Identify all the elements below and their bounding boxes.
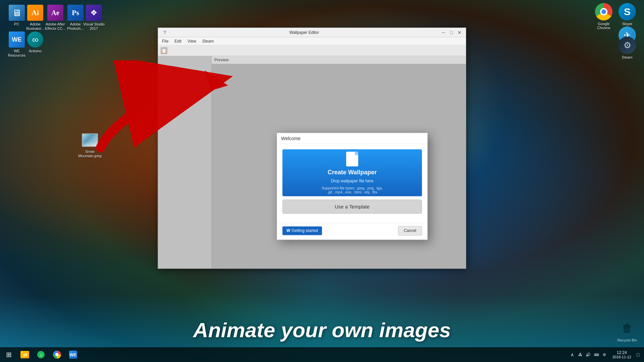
start-button[interactable]: ⊞ (1, 347, 16, 362)
taskbar-spotify[interactable]: ♫ (34, 347, 48, 362)
we-window-controls: ─ □ ✕ (440, 29, 463, 36)
we-menubar: File Edit View Steam (158, 37, 466, 45)
we-help-btn[interactable]: ? (161, 30, 169, 35)
chrome-taskbar-icon (53, 351, 61, 359)
we-maximize-btn[interactable]: □ (448, 29, 455, 36)
we-toolbar: 📋 (158, 45, 466, 56)
w-icon: W (286, 228, 290, 233)
desktop-icon-arduino[interactable]: ∞ Arduino (22, 30, 49, 55)
tray-network[interactable]: 🖧 (577, 351, 584, 358)
we-menu-steam[interactable]: Steam (200, 38, 217, 44)
desktop: 🖥 PC Ai Adobe Illustrator... Ae Adobe Af… (0, 0, 644, 362)
we-close-btn[interactable]: ✕ (456, 29, 463, 36)
system-tray: ∧ 🖧 🔊 ⌨ ⚙ (569, 351, 608, 358)
tray-arrow[interactable]: ∧ (569, 351, 576, 358)
tray-keyboard[interactable]: ⌨ (593, 351, 600, 358)
taskbar-wallpaper-engine[interactable]: WE (66, 347, 80, 362)
desktop-icon-snow-mountain[interactable]: Snow Mountain.jpeg (76, 131, 103, 160)
taskbar-left: ⊞ 📁 ♫ WE (0, 347, 80, 362)
create-wallpaper-label: Create Wallpaper (328, 169, 377, 176)
drop-text: Drop wallpaper file here (331, 179, 374, 183)
tray-extra[interactable]: ⚙ (601, 351, 608, 358)
clock-area[interactable]: 12:24 2018-11-12 (610, 350, 634, 359)
taskbar-right: ∧ 🖧 🔊 ⌨ ⚙ 12:24 2018-11-12 □ (569, 350, 644, 359)
welcome-body: Create Wallpaper Drop wallpaper file her… (277, 144, 427, 223)
supported-types: Supported file types: .jpeg, .png, .tga,… (322, 186, 383, 194)
we-titlebar: ? Wallpaper Editor ─ □ ✕ (158, 28, 466, 37)
bottom-text: Animate your own images (0, 318, 644, 342)
taskbar-file-explorer[interactable]: 📁 (17, 347, 32, 362)
action-center[interactable]: □ (635, 351, 641, 358)
we-toolbar-icon[interactable]: 📋 (161, 47, 167, 54)
desktop-icon-recycle-bin[interactable]: 🗑 Recycle Bin (614, 318, 641, 344)
desktop-icon-chrome[interactable]: Google Chrome (590, 2, 617, 31)
welcome-footer: W Getting started Cancel (277, 223, 427, 239)
spotify-taskbar-icon: ♫ (37, 351, 45, 358)
welcome-dialog: Welcome Create Wallpaper Drop wallpaper … (277, 133, 428, 240)
welcome-titlebar: Welcome (277, 133, 427, 144)
cancel-button[interactable]: Cancel (398, 226, 422, 235)
we-sidebar (158, 56, 212, 268)
create-wallpaper-button[interactable]: Create Wallpaper Drop wallpaper file her… (282, 149, 422, 196)
getting-started-button[interactable]: W Getting started (282, 226, 322, 235)
we-menu-file[interactable]: File (159, 38, 171, 44)
tray-volume[interactable]: 🔊 (585, 351, 592, 358)
clock-date: 2018-11-12 (612, 355, 631, 359)
welcome-title: Welcome (281, 136, 301, 141)
we-menu-view[interactable]: View (185, 38, 199, 44)
desktop-icon-skype[interactable]: S Skype (614, 2, 641, 27)
we-window-title: Wallpaper Editor (169, 30, 440, 35)
file-doc-icon (346, 152, 358, 166)
taskbar-chrome[interactable] (50, 347, 64, 362)
desktop-icon-vstudio[interactable]: ❖ Visual Studio 2017 (80, 3, 107, 32)
clock-time: 12:24 (617, 350, 627, 355)
we-taskbar-icon: WE (69, 351, 77, 359)
we-preview-label: Preview (212, 56, 466, 64)
getting-started-label: Getting started (291, 228, 318, 233)
desktop-icon-steam[interactable]: ⚙ Steam (614, 35, 641, 61)
taskbar: ⊞ 📁 ♫ WE ∧ 🖧 🔊 ⌨ (0, 347, 644, 362)
we-minimize-btn[interactable]: ─ (440, 29, 447, 36)
use-template-button[interactable]: Use a Template (282, 199, 422, 214)
we-menu-edit[interactable]: Edit (172, 38, 184, 44)
